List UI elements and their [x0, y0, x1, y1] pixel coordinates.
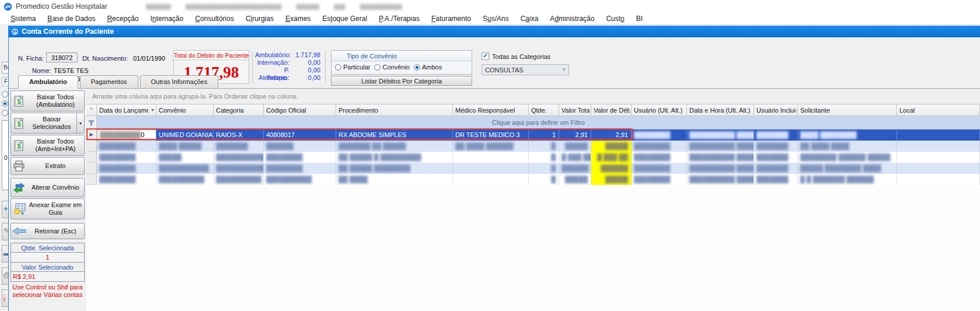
redacted-text: ███████████	[159, 165, 209, 172]
radio-option-ambos[interactable]: Ambos	[414, 64, 442, 71]
column-header-local[interactable]: Local	[897, 104, 980, 116]
group-by-band[interactable]: Arraste uma coluna aqui para agrupa-la. …	[86, 89, 980, 104]
column-header-conv-nio[interactable]: Convênio	[156, 104, 214, 116]
column-header-c-digo-oficial[interactable]: Código Oficial	[264, 104, 336, 116]
column-header-usu-rio-incluiu[interactable]: Usuário Incluiu	[754, 104, 798, 116]
sidebar-button-baixar-selecionados[interactable]: $Baixar Selecionados▼	[11, 113, 85, 134]
row-indicator-arrow-icon: ▶	[86, 130, 97, 141]
redacted-text: ██████████ ████████	[689, 165, 754, 172]
filter-icon[interactable]	[86, 116, 97, 130]
redacted-text: █████	[605, 142, 628, 149]
print-button-partial[interactable]: ⎙	[2, 267, 8, 285]
alert-button-partial[interactable]: !	[2, 289, 8, 307]
doc-dollar-icon: $	[11, 139, 27, 152]
menu-item-exames[interactable]: Exames	[280, 13, 316, 24]
redacted-text: ██████████ ████████	[689, 131, 754, 138]
column-header-valor-de-d-bito[interactable]: Valor de Débito	[591, 104, 632, 116]
window-titlebar[interactable]: Conta Corrente do Paciente	[9, 26, 980, 37]
todas-categorias-checkbox[interactable]: Todas as Categorias	[482, 53, 550, 60]
tab-ambulat-rio[interactable]: Ambulatório	[18, 75, 78, 89]
radio-option-conv-nio[interactable]: Convênio	[374, 64, 409, 71]
sidebar-button-baixar-todos-ambulat-rio[interactable]: $Baixar Todos (Ambulatório)	[11, 90, 85, 111]
grid-cell: ████████	[97, 141, 156, 152]
menu-item-base-de-dados[interactable]: Base de Dados	[41, 13, 101, 24]
row-indicator	[86, 152, 97, 163]
sidebar-button-anexar-exame-em-guia[interactable]: $Anexar Exame em Guia	[11, 198, 85, 219]
redacted-text: █████	[565, 142, 588, 149]
menu-item-faturamento[interactable]: Faturamento	[426, 13, 477, 24]
menu-item-estoque-geral[interactable]: Estoque Geral	[316, 13, 373, 24]
app-logo-icon	[4, 2, 12, 11]
remove-button-partial[interactable]: ▬	[2, 245, 8, 263]
grid-row[interactable]: ████████████ █████████████████████████ █…	[86, 141, 980, 152]
menu-item-caixa[interactable]: Caixa	[515, 13, 545, 24]
grid-cell: ██ █████ ████████	[336, 163, 453, 174]
column-header-label: Categoria	[216, 107, 244, 114]
background-radio[interactable]	[2, 91, 8, 97]
grid-cell: ███████	[754, 152, 798, 163]
grid-row[interactable]: ██████████████████████████████████ █████…	[86, 152, 980, 163]
chevron-down-icon: ▼	[562, 67, 569, 72]
grid-rows: ▶█████████0UNIMED GOIANIARAIOS-X40808017…	[86, 130, 980, 185]
grid-cell: █	[529, 174, 559, 185]
column-header-solicitante[interactable]: Solicitante	[798, 104, 897, 116]
background-tab[interactable]: Be	[2, 62, 8, 74]
edit-button-partial[interactable]: ✎	[2, 223, 8, 240]
grid-cell: ██████	[264, 141, 336, 152]
row-indicator	[86, 141, 97, 152]
menu-item-cirurgias[interactable]: Cirurgias	[240, 13, 280, 24]
sidebar-button-extrato[interactable]: Extrato	[11, 157, 85, 175]
menu-item-sus-ans[interactable]: Sus/Ans	[477, 13, 515, 24]
grid-row-selected[interactable]: ▶█████████0UNIMED GOIANIARAIOS-X40808017…	[86, 130, 980, 141]
menu-item-interna-o[interactable]: Internação	[144, 13, 189, 24]
grid-cell: █████████0	[97, 130, 156, 141]
valor-selecionado-value: R$ 2,91	[11, 272, 84, 281]
redacted-text: ████ ████████	[800, 131, 857, 138]
menu-item-administra-o[interactable]: Administração	[544, 13, 600, 24]
grid-cell: ██████████ ████████	[687, 152, 754, 163]
background-listbox[interactable]: 0	[2, 120, 8, 190]
column-header-m-dico-respons-vel[interactable]: Médico Responsável	[453, 104, 529, 116]
column-header-usu-rio-ult-alt[interactable]: Usuário (Ult. Alt.)	[632, 104, 687, 116]
column-header-data-e-hora-ult-alt[interactable]: Data e Hora (Ult. Alt.)	[687, 104, 754, 116]
categoria-dropdown[interactable]: CONSULTAS ▼	[482, 64, 569, 75]
menu-item-consult-rios[interactable]: Consultórios	[189, 13, 240, 24]
column-header-procedimento[interactable]: Procedimento	[336, 104, 453, 116]
column-header-categoria[interactable]: Categoria	[214, 104, 264, 116]
sidebar-button-label: Extrato	[27, 162, 84, 170]
menu-item-sistema[interactable]: Sistema	[5, 13, 41, 24]
sidebar-button-alterar-conv-nio[interactable]: Alterar Convênio	[11, 178, 85, 197]
tab-pagamentos[interactable]: Pagamentos	[80, 75, 138, 88]
radio-option-particular[interactable]: Particular	[335, 64, 370, 71]
grid-cell	[453, 174, 529, 185]
multi-select-hint: Use Control ou Shif para selecionar Vári…	[11, 284, 85, 299]
sidebar-button-baixar-todos-amb-int-pa[interactable]: $Baixar Todos (Amb+Int+PA)	[11, 135, 85, 156]
grid-cell	[453, 163, 529, 174]
menu-item-p-a-terapias[interactable]: P.A./Terapias	[373, 13, 426, 24]
sidebar-button-retornar-esc[interactable]: Retornar (Esc)	[11, 223, 85, 239]
menu-item-custo[interactable]: Custo	[600, 13, 630, 24]
background-radio-selected[interactable]	[2, 100, 8, 107]
column-chooser-icon[interactable]: *	[86, 104, 97, 116]
window-title: Conta Corrente do Paciente	[22, 27, 114, 36]
redacted-text: ███████	[756, 131, 789, 138]
column-header-valor-total[interactable]: Valor Total	[559, 104, 591, 116]
grid-row[interactable]: ████████████████████████████████████████…	[86, 174, 980, 185]
column-header-data-do-lan-amento[interactable]: Data do Lançamento▼	[97, 104, 156, 116]
tab-outras-informa-es[interactable]: Outras Informações	[140, 75, 219, 88]
menu-item-recep-o[interactable]: Recepção	[101, 13, 144, 24]
menu-item-bi[interactable]: BI	[630, 13, 648, 24]
add-button-partial[interactable]: +	[2, 201, 8, 218]
svg-text:$: $	[17, 120, 20, 127]
grid-filter-row[interactable]: Clique aqui para definir um Filtro	[86, 116, 980, 130]
column-header-qtde[interactable]: Qtde.	[529, 104, 559, 116]
grid-cell: ███████	[214, 141, 264, 152]
cell-text: 1	[552, 131, 556, 138]
grid-cell: █	[529, 152, 559, 163]
grid-cell: █████	[559, 174, 591, 185]
grid-row[interactable]: ███████████████████████████████ ████████…	[86, 163, 980, 174]
filter-hint[interactable]: Clique aqui para definir um Filtro	[97, 116, 980, 130]
background-radio[interactable]	[2, 110, 8, 116]
grid-cell: 1	[529, 130, 559, 141]
dropdown-arrow-icon[interactable]: ▼	[76, 113, 84, 133]
